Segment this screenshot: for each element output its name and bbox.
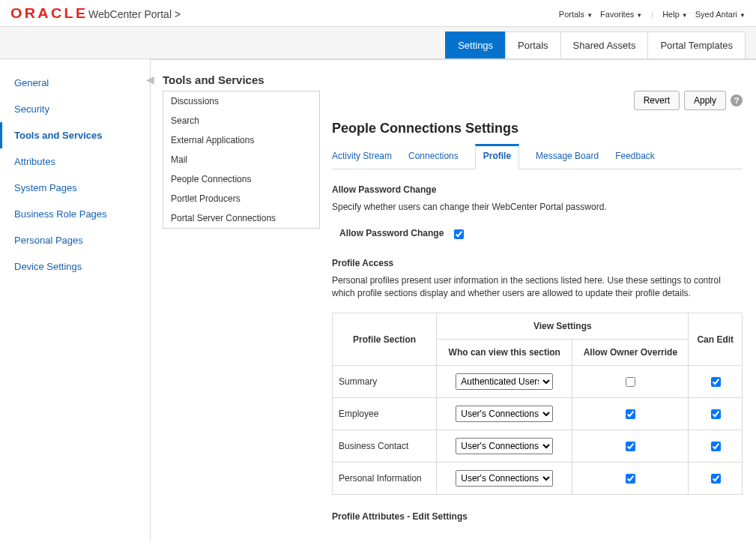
menu-portals[interactable]: Portals ▼ — [559, 10, 593, 19]
access-section-desc: Personal profiles present user informati… — [332, 274, 743, 300]
panel-title: People Connections Settings — [332, 121, 743, 136]
who-can-view-select[interactable]: User's Connections — [456, 470, 553, 487]
table-row: EmployeeUser's Connections — [333, 398, 743, 430]
attr-section-heading: Profile Attributes - Edit Settings — [332, 511, 743, 522]
nav-item-attributes[interactable]: Attributes — [0, 148, 150, 175]
cell-override — [572, 366, 689, 398]
divider: | — [650, 10, 655, 19]
menu-favorites[interactable]: Favorites ▼ — [600, 10, 642, 19]
menu-favorites-label: Favorites — [600, 10, 634, 19]
collapse-icon[interactable]: ◀ — [146, 73, 154, 85]
can-edit-checkbox[interactable] — [711, 474, 721, 484]
pw-section-heading: Allow Password Change — [332, 184, 743, 195]
pw-section-desc: Specify whether users can change their W… — [332, 201, 743, 214]
inner-tab-connections[interactable]: Connections — [408, 144, 459, 169]
table-row: SummaryAuthenticated Users — [333, 366, 743, 398]
service-people-connections[interactable]: People Connections — [163, 169, 319, 189]
inner-tab-profile[interactable]: Profile — [475, 144, 519, 169]
tools-title: Tools and Services — [163, 73, 743, 86]
can-edit-checkbox[interactable] — [711, 377, 721, 387]
cell-who: User's Connections — [437, 398, 572, 430]
who-can-view-select[interactable]: Authenticated Users — [456, 373, 553, 390]
can-edit-checkbox[interactable] — [711, 442, 721, 451]
service-mail[interactable]: Mail — [163, 150, 319, 169]
who-can-view-select[interactable]: User's Connections — [456, 406, 553, 422]
service-portlet-producers[interactable]: Portlet Producers — [163, 189, 319, 208]
main-tab-shared-assets[interactable]: Shared Assets — [560, 31, 649, 58]
nav-item-tools-and-services[interactable]: Tools and Services — [0, 122, 150, 148]
service-search[interactable]: Search — [163, 111, 319, 130]
user-name-label: Syed Antari — [695, 10, 737, 19]
services-list: DiscussionsSearchExternal ApplicationsMa… — [163, 91, 320, 229]
cell-section: Summary — [333, 366, 437, 398]
main-tab-row: SettingsPortalsShared AssetsPortal Templ… — [0, 27, 756, 59]
help-icon[interactable]: ? — [731, 94, 743, 106]
oracle-logo: ORACLE — [10, 6, 88, 22]
cell-edit — [689, 430, 743, 463]
service-external-applications[interactable]: External Applications — [163, 130, 319, 150]
can-edit-checkbox[interactable] — [711, 409, 721, 419]
menu-help-label: Help — [662, 10, 680, 19]
cell-who: User's Connections — [437, 463, 572, 495]
chevron-down-icon: ▼ — [636, 11, 642, 18]
revert-button[interactable]: Revert — [634, 91, 680, 110]
cell-edit — [689, 398, 743, 430]
main-tab-portal-templates[interactable]: Portal Templates — [647, 31, 746, 58]
left-nav: GeneralSecurityTools and ServicesAttribu… — [0, 59, 150, 541]
who-can-view-select[interactable]: User's Connections — [456, 438, 553, 454]
inner-tab-row: Activity StreamConnectionsProfileMessage… — [332, 144, 743, 169]
nav-item-business-role-pages[interactable]: Business Role Pages — [0, 201, 150, 227]
access-section-heading: Profile Access — [332, 258, 743, 268]
inner-tab-feedback[interactable]: Feedback — [615, 144, 655, 169]
apply-button[interactable]: Apply — [684, 91, 726, 110]
chevron-down-icon: ▼ — [682, 11, 688, 18]
menu-help[interactable]: Help ▼ — [662, 10, 688, 19]
table-row: Personal InformationUser's Connections — [333, 463, 743, 495]
action-row: Revert Apply ? — [332, 91, 743, 110]
cell-override — [572, 398, 689, 430]
main-tab-portals[interactable]: Portals — [505, 31, 560, 58]
col-allow-override: Allow Owner Override — [572, 340, 689, 366]
pw-checkbox-row: Allow Password Change — [339, 227, 743, 241]
cell-section: Personal Information — [333, 463, 437, 495]
chevron-down-icon: ▼ — [587, 11, 593, 18]
allow-password-change-checkbox[interactable] — [454, 229, 464, 239]
inner-tab-activity-stream[interactable]: Activity Stream — [332, 144, 392, 169]
content-panel: ◀ Tools and Services DiscussionsSearchEx… — [150, 59, 756, 541]
table-row: Business ContactUser's Connections — [333, 430, 743, 463]
pw-checkbox-label: Allow Password Change — [339, 228, 444, 238]
nav-item-device-settings[interactable]: Device Settings — [0, 253, 150, 280]
cell-edit — [689, 366, 743, 398]
header-right-menus: Portals ▼ Favorites ▼ | Help ▼ Syed Anta… — [559, 10, 746, 19]
inner-tab-message-board[interactable]: Message Board — [536, 144, 599, 169]
chevron-down-icon: ▼ — [740, 11, 746, 18]
menu-portals-label: Portals — [559, 10, 584, 19]
main-panel: Revert Apply ? People Connections Settin… — [332, 91, 743, 522]
nav-item-security[interactable]: Security — [0, 96, 150, 122]
allow-override-checkbox[interactable] — [626, 474, 635, 484]
allow-override-checkbox[interactable] — [626, 442, 635, 451]
cell-section: Business Contact — [333, 430, 437, 463]
col-profile-section: Profile Section — [333, 313, 437, 366]
service-portal-server-connections[interactable]: Portal Server Connections — [163, 208, 319, 228]
cell-who: Authenticated Users — [437, 366, 572, 398]
col-who-view: Who can view this section — [437, 340, 572, 366]
product-title[interactable]: WebCenter Portal > — [88, 8, 181, 20]
allow-override-checkbox[interactable] — [626, 409, 635, 419]
col-can-edit: Can Edit — [689, 313, 743, 366]
cell-who: User's Connections — [437, 430, 572, 463]
main-layout: GeneralSecurityTools and ServicesAttribu… — [0, 59, 756, 541]
service-discussions[interactable]: Discussions — [163, 91, 319, 111]
nav-item-system-pages[interactable]: System Pages — [0, 175, 150, 201]
cell-override — [572, 430, 689, 463]
user-menu[interactable]: Syed Antari ▼ — [695, 10, 746, 19]
allow-override-checkbox[interactable] — [626, 377, 635, 387]
cell-edit — [689, 463, 743, 495]
profile-access-table: Profile Section View Settings Can Edit W… — [332, 313, 743, 495]
cell-override — [572, 463, 689, 495]
nav-item-general[interactable]: General — [0, 70, 150, 96]
nav-item-personal-pages[interactable]: Personal Pages — [0, 227, 150, 253]
cell-section: Employee — [333, 398, 437, 430]
main-tab-settings[interactable]: Settings — [445, 31, 506, 58]
col-view-settings: View Settings — [437, 313, 689, 340]
